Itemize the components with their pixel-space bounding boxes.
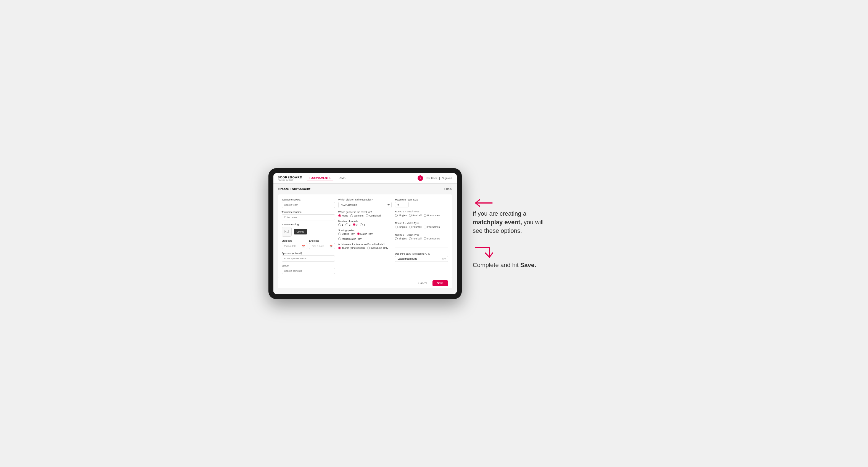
rounds-radio-group: 1 2 3 (338, 223, 392, 226)
scoring-match[interactable]: Match Play (357, 232, 373, 235)
nav-tab-tournaments[interactable]: TOURNAMENTS (307, 175, 333, 181)
tablet-frame: SCOREBOARD Powered by clippt TOURNAMENTS… (269, 168, 462, 299)
round2-options: Singles Fourball Foursomes (395, 226, 448, 228)
annotation-top-text: If you are creating a matchplay event, y… (473, 210, 550, 235)
sponsor-field: Sponsor (optional) (282, 252, 335, 261)
tournament-host-field: Tournament Host (282, 198, 335, 208)
api-field: Use third-party live scoring API? Leader… (395, 252, 448, 262)
nav-tab-teams[interactable]: TEAMS (334, 175, 348, 181)
round3-label: Round 3 - Match Type (395, 234, 448, 236)
scoring-medal-radio[interactable] (338, 238, 341, 240)
rounds-3[interactable]: 3 (353, 223, 358, 226)
gender-combined-radio[interactable] (366, 214, 368, 217)
gender-mens-radio[interactable] (338, 214, 341, 217)
api-select[interactable]: Leaderboard King × ▾ (395, 256, 448, 262)
round2-foursomes-radio[interactable] (424, 226, 426, 228)
teams-plus[interactable]: Teams (+Individuals) (338, 247, 365, 249)
gender-womens[interactable]: Womens (350, 214, 364, 217)
round2-singles-radio[interactable] (395, 226, 398, 228)
annotations: If you are creating a matchplay event, y… (473, 197, 600, 270)
teams-radio-group: Teams (+Individuals) Individuals Only (338, 247, 392, 249)
arrow-down-icon (473, 246, 495, 260)
individuals-only-radio[interactable] (367, 247, 370, 249)
max-team-size-input[interactable] (395, 202, 409, 208)
scoring-match-radio[interactable] (357, 232, 360, 235)
api-tag: Leaderboard King (397, 257, 417, 260)
round2-singles[interactable]: Singles (395, 226, 407, 228)
nav-separator: | (439, 177, 440, 180)
max-team-size-field: Maximum Team Size (395, 198, 448, 208)
scoring-field: Scoring system Stroke Play Match Play (338, 229, 392, 240)
tournament-host-label: Tournament Host (282, 198, 335, 201)
round3-match-type: Round 3 - Match Type Singles Fourball (395, 234, 448, 240)
end-date-input[interactable]: Pick a date 📅 (309, 243, 335, 249)
form-footer: Cancel Save (278, 278, 453, 288)
calendar-icon-start: 📅 (302, 245, 305, 247)
round1-foursomes[interactable]: Foursomes (424, 214, 440, 217)
round3-foursomes[interactable]: Foursomes (424, 237, 440, 240)
middle-column: Which division is the event for? NCAA Di… (338, 198, 392, 274)
round3-fourball-radio[interactable] (409, 237, 412, 240)
division-label: Which division is the event for? (338, 198, 392, 201)
round1-singles-radio[interactable] (395, 214, 398, 217)
rounds-3-radio[interactable] (353, 223, 355, 226)
annotation-top: If you are creating a matchplay event, y… (473, 197, 600, 235)
upload-button[interactable]: Upload (294, 229, 307, 235)
round3-singles[interactable]: Singles (395, 237, 407, 240)
form-container: Tournament Host Tournament name Tourname… (278, 194, 453, 278)
sponsor-label: Sponsor (optional) (282, 252, 335, 255)
rounds-2-radio[interactable] (345, 223, 348, 226)
gender-womens-radio[interactable] (350, 214, 353, 217)
round3-fourball[interactable]: Fourball (409, 237, 422, 240)
rounds-4[interactable]: 4 (360, 223, 365, 226)
rounds-2[interactable]: 2 (345, 223, 350, 226)
save-button[interactable]: Save (432, 280, 448, 286)
back-link[interactable]: Back (444, 188, 453, 191)
round2-foursomes[interactable]: Foursomes (424, 226, 440, 228)
nav-tabs: TOURNAMENTS TEAMS (307, 175, 348, 181)
main-content: Create Tournament Back Tournament Host T… (273, 184, 457, 294)
nav-left: SCOREBOARD Powered by clippt TOURNAMENTS… (278, 175, 348, 181)
gender-mens[interactable]: Mens (338, 214, 348, 217)
rounds-1[interactable]: 1 (338, 223, 343, 226)
tournament-name-field: Tournament name (282, 211, 335, 220)
scoring-stroke[interactable]: Stroke Play (338, 232, 354, 235)
rounds-1-radio[interactable] (338, 223, 341, 226)
round1-options: Singles Fourball Foursomes (395, 214, 448, 217)
division-select[interactable]: NCAA Division I (338, 202, 392, 208)
venue-input[interactable] (282, 268, 335, 274)
round1-singles[interactable]: Singles (395, 214, 407, 217)
start-date-label: Start date (282, 240, 308, 242)
sponsor-input[interactable] (282, 255, 335, 261)
individuals-only[interactable]: Individuals Only (367, 247, 388, 249)
round2-fourball-radio[interactable] (409, 226, 412, 228)
round3-foursomes-radio[interactable] (424, 237, 426, 240)
annotation-bottom-text: Complete and hit Save. (473, 261, 536, 270)
tournament-name-input[interactable] (282, 214, 335, 220)
round1-foursomes-radio[interactable] (424, 214, 426, 217)
left-column: Tournament Host Tournament name Tourname… (282, 198, 335, 274)
gender-combined[interactable]: Combined (366, 214, 380, 217)
nav-brand: SCOREBOARD Powered by clippt (278, 176, 302, 181)
round1-fourball[interactable]: Fourball (409, 214, 422, 217)
teams-plus-radio[interactable] (338, 247, 341, 249)
avatar: T (417, 175, 423, 181)
start-date-field: Start date Pick a date 📅 (282, 240, 308, 249)
api-label: Use third-party live scoring API? (395, 252, 448, 255)
rounds-4-radio[interactable] (360, 223, 363, 226)
round3-singles-radio[interactable] (395, 237, 398, 240)
date-row: Start date Pick a date 📅 End date Pick a… (282, 240, 335, 249)
tournament-host-input[interactable] (282, 202, 335, 208)
tournament-logo-field: Tournament logo Upload (282, 223, 335, 237)
cancel-button[interactable]: Cancel (415, 280, 430, 286)
max-team-size-label: Maximum Team Size (395, 198, 448, 201)
scoring-stroke-radio[interactable] (338, 232, 341, 235)
api-remove-icon[interactable]: × ▾ (442, 257, 446, 260)
arrow-left-icon (473, 197, 495, 209)
start-date-input[interactable]: Pick a date 📅 (282, 243, 308, 249)
user-name: Test User (425, 177, 437, 180)
sign-out-link[interactable]: Sign out (442, 177, 453, 180)
round2-fourball[interactable]: Fourball (409, 226, 422, 228)
round1-fourball-radio[interactable] (409, 214, 412, 217)
scoring-medal[interactable]: Medal Match Play (338, 238, 362, 240)
